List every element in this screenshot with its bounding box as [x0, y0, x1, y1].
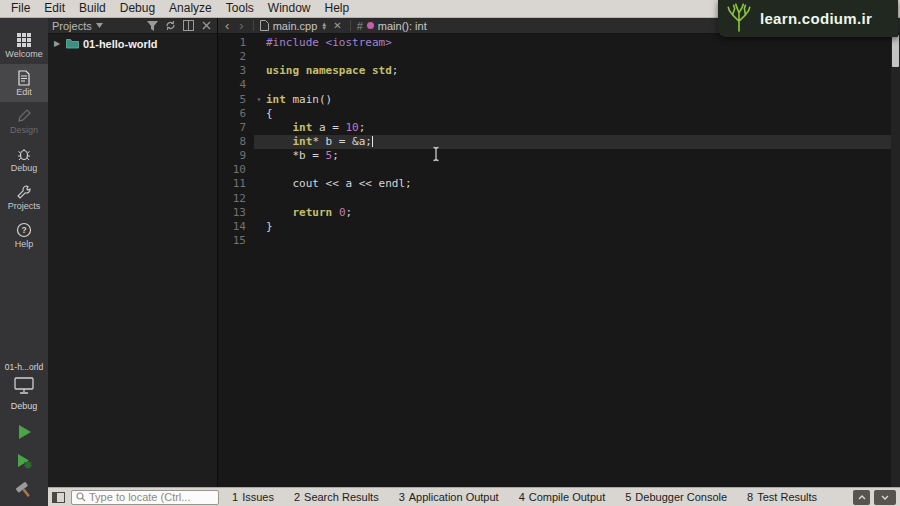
fold-marker-icon[interactable]: ▾ [252, 93, 266, 107]
menu-debug[interactable]: Debug [113, 0, 162, 17]
line-number[interactable]: 13 [218, 206, 252, 220]
fold-gutter [252, 177, 266, 191]
line-number[interactable]: 10 [218, 163, 252, 177]
line-number[interactable]: 9 [218, 149, 252, 163]
pane-debugger-console-button[interactable]: 5Debugger Console [618, 489, 734, 505]
welcome-icon [16, 32, 32, 48]
scrollbar-thumb[interactable] [892, 35, 899, 67]
code-text [266, 163, 900, 177]
fold-gutter [252, 234, 266, 248]
code-line[interactable]: 5▾int main() [218, 93, 900, 107]
code-line[interactable]: 6{ [218, 107, 900, 121]
line-number[interactable]: 4 [218, 78, 252, 92]
line-number[interactable]: 2 [218, 50, 252, 64]
code-text: #include <iostream> [266, 36, 900, 50]
code-text [266, 192, 900, 206]
kit-selector-button[interactable]: Debug [11, 374, 38, 417]
editor-scrollbar[interactable] [891, 34, 900, 487]
locator-input[interactable] [89, 491, 209, 503]
code-line[interactable]: 12 [218, 192, 900, 206]
menu-help[interactable]: Help [318, 0, 357, 17]
debug-run-button[interactable] [0, 446, 48, 475]
code-line[interactable]: 13 return 0; [218, 206, 900, 220]
pane-application-output-button[interactable]: 3Application Output [392, 489, 506, 505]
svg-text:?: ? [21, 225, 26, 235]
code-line[interactable]: 2 [218, 50, 900, 64]
menu-build[interactable]: Build [72, 0, 113, 17]
code-line[interactable]: 14} [218, 220, 900, 234]
close-icon[interactable] [200, 19, 213, 32]
line-number[interactable]: 3 [218, 64, 252, 78]
fold-gutter [252, 121, 266, 135]
mode-projects[interactable]: Projects [0, 178, 48, 216]
build-hammer-button[interactable] [0, 475, 48, 504]
design-pencil-icon [16, 108, 32, 124]
back-icon[interactable]: ‹ [222, 19, 232, 33]
mode-sidebar: Welcome Edit Design Debug [0, 18, 48, 506]
fold-gutter [252, 149, 266, 163]
code-editor[interactable]: 1#include <iostream>23using namespace st… [218, 34, 900, 487]
code-text: using namespace std; [266, 64, 900, 78]
panel-type-combo[interactable]: Projects [52, 20, 146, 32]
line-number[interactable]: 7 [218, 121, 252, 135]
code-text: int a = 10; [266, 121, 900, 135]
fold-gutter [252, 50, 266, 64]
tree-item-project[interactable]: ▶ 01-hello-world [48, 36, 217, 51]
code-line[interactable]: 4 [218, 78, 900, 92]
close-document-icon[interactable]: ✕ [331, 20, 343, 31]
pane-compile-output-button[interactable]: 4Compile Output [512, 489, 613, 505]
menu-edit[interactable]: Edit [37, 0, 72, 17]
menu-tools[interactable]: Tools [219, 0, 261, 17]
code-line[interactable]: 9 *b = 5; [218, 149, 900, 163]
fold-gutter [252, 192, 266, 206]
output-pane-up-button[interactable] [853, 490, 870, 505]
code-line[interactable]: 11 cout << a << endl; [218, 177, 900, 191]
mode-welcome[interactable]: Welcome [0, 26, 48, 64]
code-line[interactable]: 8 int* b = &a; [218, 135, 900, 149]
mode-debug[interactable]: Debug [0, 140, 48, 178]
code-line[interactable]: 7 int a = 10; [218, 121, 900, 135]
sync-icon[interactable] [164, 19, 177, 32]
line-number[interactable]: 6 [218, 107, 252, 121]
locator[interactable] [71, 490, 219, 505]
filter-icon[interactable] [146, 19, 159, 32]
symbol-combo[interactable]: main(): int [378, 20, 427, 32]
file-updown-icon[interactable]: ▲▼ [321, 22, 327, 30]
line-number[interactable]: 11 [218, 177, 252, 191]
mode-edit[interactable]: Edit [0, 64, 48, 102]
toolbar-separator [253, 20, 254, 31]
sidebar-toggle-icon[interactable] [52, 492, 65, 503]
code-line[interactable]: 15 [218, 234, 900, 248]
menu-window[interactable]: Window [261, 0, 318, 17]
code-line[interactable]: 10 [218, 163, 900, 177]
pane-issues-button[interactable]: 1Issues [225, 489, 281, 505]
search-icon [76, 492, 86, 502]
code-text: return 0; [266, 206, 900, 220]
pane-search-results-button[interactable]: 2Search Results [287, 489, 386, 505]
line-number[interactable]: 15 [218, 234, 252, 248]
output-pane-down-button[interactable] [874, 490, 896, 505]
projects-panel: Projects [48, 18, 218, 487]
watermark: learn.codium.ir [718, 0, 898, 37]
pane-test-results-button[interactable]: 8Test Results [740, 489, 824, 505]
menu-analyze[interactable]: Analyze [162, 0, 219, 17]
split-icon[interactable] [182, 19, 195, 32]
bottom-bar: 1Issues 2Search Results 3Application Out… [48, 487, 900, 506]
code-line[interactable]: 3using namespace std; [218, 64, 900, 78]
line-number[interactable]: 14 [218, 220, 252, 234]
kit-project-label: 01-h...orld [5, 362, 43, 372]
line-number[interactable]: 8 [218, 135, 252, 149]
expand-arrow-icon[interactable]: ▶ [54, 39, 62, 48]
code-line[interactable]: 1#include <iostream> [218, 36, 900, 50]
run-button[interactable] [0, 417, 48, 446]
code-lines: 1#include <iostream>23using namespace st… [218, 36, 900, 248]
forward-icon[interactable]: › [236, 19, 246, 33]
mode-help[interactable]: ? Help [0, 216, 48, 254]
open-document-combo[interactable]: main.cpp [260, 20, 318, 32]
line-number[interactable]: 1 [218, 36, 252, 50]
open-filename: main.cpp [273, 20, 318, 32]
code-text: } [266, 220, 900, 234]
line-number[interactable]: 5 [218, 93, 252, 107]
line-number[interactable]: 12 [218, 192, 252, 206]
menu-file[interactable]: File [4, 0, 37, 17]
